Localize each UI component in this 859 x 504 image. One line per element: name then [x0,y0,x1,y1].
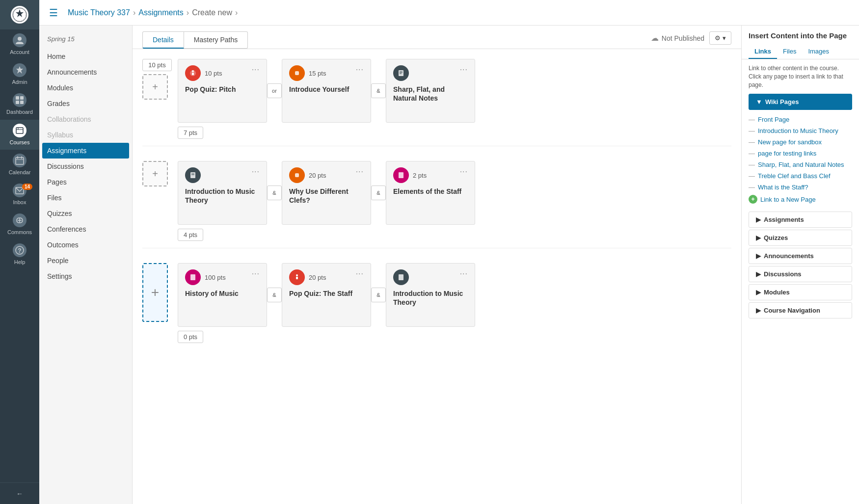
course-nav-syllabus[interactable]: Syllabus [39,127,132,143]
course-nav-chevron-icon: ▶ [756,307,761,314]
card-icon-pts-2: 15 pts [289,65,326,81]
card-title-2[interactable]: Introduce Yourself [289,85,364,94]
course-nav-conferences[interactable]: Conferences [39,221,132,237]
app-logo[interactable] [0,0,39,29]
course-nav-collaborations[interactable]: Collaborations [39,111,132,127]
card-dots-9[interactable]: ··· [460,269,468,278]
pts-top-1: 10 pts [142,59,172,71]
card-dots-5[interactable]: ··· [356,167,364,176]
nav-calendar[interactable]: Calendar [0,150,39,180]
wiki-dash-3: — [749,138,755,146]
add-assignment-3[interactable]: + [142,263,168,322]
panel-tab-images[interactable]: Images [802,45,835,59]
card-dots-8[interactable]: ··· [356,269,364,278]
card-icon-pts-9 [393,269,409,285]
hamburger-icon[interactable]: ☰ [49,7,58,19]
wiki-link-intro[interactable]: — Introduction to Music Theory [749,125,852,136]
card-dots-4[interactable]: ··· [252,167,260,176]
card-header-5: 20 pts ··· [289,167,364,183]
panel-tab-links[interactable]: Links [749,45,777,59]
nav-commons-label: Commons [7,229,32,236]
course-nav-outcomes[interactable]: Outcomes [39,237,132,253]
nav-dashboard[interactable]: Dashboard [0,89,39,119]
wiki-link-front[interactable]: — Front Page [749,114,852,125]
card-title-4[interactable]: Introduction to Music Theory [185,187,260,205]
quizzes-section-header[interactable]: ▶ Quizzes [749,230,852,246]
add-assignment-2[interactable]: + [142,161,168,186]
card-dots-6[interactable]: ··· [460,167,468,176]
modules-section-header[interactable]: ▶ Modules [749,284,852,300]
add-assignment-1[interactable]: + [142,74,168,100]
course-nav-discussions[interactable]: Discussions [39,159,132,174]
nav-help-label: Help [14,259,26,265]
course-nav-home[interactable]: Home [39,49,132,64]
card-dots-1[interactable]: ··· [252,65,260,74]
card-title-1[interactable]: Pop Quiz: Pitch [185,85,260,94]
course-nav-assignments[interactable]: Assignments [42,143,129,159]
items-row-1: 10 pts ··· Pop Quiz: Pitch or [178,59,731,123]
wiki-link-sharp[interactable]: — Sharp, Flat, and Natural Notes [749,159,852,170]
panel-tabs: Links Files Images [742,45,859,59]
nav-help[interactable]: ? Help [0,239,39,269]
card-dots-3[interactable]: ··· [460,65,468,74]
course-nav-settings[interactable]: Settings [39,268,132,284]
nav-courses-label: Courses [10,139,30,146]
discussions-section-header[interactable]: ▶ Discussions [749,266,852,282]
breadcrumb-section[interactable]: Assignments [138,8,184,17]
nav-calendar-label: Calendar [9,169,31,176]
course-nav-grades[interactable]: Grades [39,96,132,111]
wiki-link-treble[interactable]: — Treble Clef and Bass Clef [749,170,852,182]
nav-inbox[interactable]: 14 Inbox [0,180,39,210]
quizzes-section-label: Quizzes [764,234,788,241]
course-nav-section-header[interactable]: ▶ Course Navigation [749,302,852,318]
breadcrumb-current: Create new [192,8,232,17]
card-dots-7[interactable]: ··· [252,269,260,278]
card-title-6[interactable]: Elements of the Staff [393,187,468,196]
settings-button[interactable]: ⚙ ▾ [709,31,731,45]
course-nav-quizzes[interactable]: Quizzes [39,206,132,221]
wiki-link-sandbox[interactable]: — New page for sandbox [749,136,852,148]
course-nav-pages[interactable]: Pages [39,174,132,190]
card-icon-pts-1: 10 pts [185,65,222,81]
connector-and-1: & [371,83,386,98]
breadcrumb-course[interactable]: Music Theory 337 [68,8,130,17]
course-sidebar: Spring 15 Home Announcements Modules Gra… [39,26,133,504]
wiki-link-sandbox-label: New page for sandbox [758,138,822,146]
announcements-chevron-icon: ▶ [756,252,761,260]
nav-account[interactable]: Account [0,29,39,59]
tab-details[interactable]: Details [142,31,184,49]
wiki-link-testing[interactable]: — page for testing links [749,148,852,159]
wiki-add-link[interactable]: + Link to a New Page [749,193,852,206]
announcements-section-header[interactable]: ▶ Announcements [749,248,852,264]
group-row-2: + ··· [142,161,731,225]
card-title-7[interactable]: History of Music [185,289,260,298]
nav-commons[interactable]: Commons [0,210,39,239]
card-header-4: ··· [185,167,260,183]
tab-mastery-paths[interactable]: Mastery Paths [184,31,248,49]
course-nav-files[interactable]: Files [39,190,132,206]
card-pts-6: 2 pts [413,172,427,179]
panel-section-course-nav: ▶ Course Navigation [742,302,859,318]
wiki-dash-1: — [749,116,755,123]
card-dots-2[interactable]: ··· [356,65,364,74]
nav-collapse-button[interactable]: ← [0,482,39,504]
modules-chevron-icon: ▶ [756,289,761,296]
card-title-5[interactable]: Why Use Different Clefs? [289,187,364,205]
breadcrumb-sep3: › [235,8,238,17]
nav-courses[interactable]: Courses [0,120,39,150]
panel-tab-files[interactable]: Files [777,45,802,59]
group-row-1: 10 pts + [142,59,731,123]
course-nav-announcements[interactable]: Announcements [39,64,132,80]
course-nav-modules[interactable]: Modules [39,80,132,96]
card-title-9[interactable]: Introduction to Music Theory [393,289,468,307]
wiki-link-what[interactable]: — What is the Staff? [749,182,852,193]
card-title-3[interactable]: Sharp, Flat, and Natural Notes [393,85,468,103]
card-title-8[interactable]: Pop Quiz: The Staff [289,289,364,298]
nav-admin[interactable]: Admin [0,59,39,89]
card-pts-1: 10 pts [205,70,222,77]
main-area: Details Mastery Paths ☁ Not Published ⚙ … [133,26,741,504]
course-nav-people[interactable]: People [39,253,132,268]
wiki-pages-header[interactable]: ▼ Wiki Pages [749,94,852,110]
svg-point-14 [192,70,194,72]
assignments-section-header[interactable]: ▶ Assignments [749,212,852,228]
